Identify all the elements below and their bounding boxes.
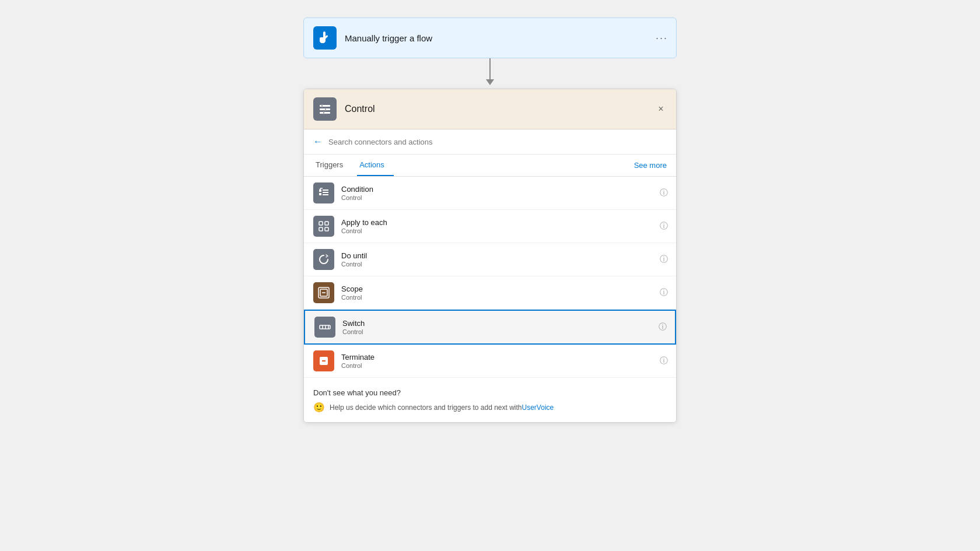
action-list: Condition Control ⓘ Apply to each bbox=[304, 177, 676, 378]
svg-rect-4 bbox=[325, 108, 326, 111]
back-button[interactable]: ← bbox=[313, 136, 323, 147]
trigger-more-button[interactable]: ··· bbox=[656, 32, 668, 44]
switch-sub: Control bbox=[342, 328, 365, 335]
control-title: Control bbox=[345, 104, 375, 114]
canvas: Manually trigger a flow ··· Control bbox=[0, 0, 980, 551]
uservoice-link[interactable]: UserVoice bbox=[522, 403, 554, 412]
close-button[interactable]: × bbox=[654, 102, 668, 116]
terminate-info: Terminate Control bbox=[341, 353, 374, 369]
scope-icon bbox=[317, 286, 330, 299]
footer-title: Don't see what you need? bbox=[313, 388, 667, 397]
terminate-icon bbox=[317, 355, 330, 367]
trigger-card: Manually trigger a flow ··· bbox=[303, 17, 677, 58]
action-item-apply-each[interactable]: Apply to each Control ⓘ bbox=[304, 210, 676, 243]
svg-rect-7 bbox=[325, 222, 328, 225]
action-item-terminate[interactable]: Terminate Control ⓘ bbox=[304, 345, 676, 378]
terminate-icon-wrap bbox=[313, 350, 334, 371]
tab-triggers[interactable]: Triggers bbox=[313, 155, 352, 176]
tabs-row: Triggers Actions See more bbox=[304, 155, 676, 177]
action-item-do-until[interactable]: Do until Control ⓘ bbox=[304, 243, 676, 276]
condition-icon bbox=[317, 187, 330, 199]
terminate-info-icon[interactable]: ⓘ bbox=[660, 356, 668, 366]
svg-rect-3 bbox=[321, 104, 323, 107]
switch-name: Switch bbox=[342, 319, 365, 328]
footer-section: Don't see what you need? 🙂 Help us decid… bbox=[304, 378, 676, 422]
action-item-switch[interactable]: Switch Control ⓘ bbox=[304, 310, 676, 345]
condition-info: Condition Control bbox=[341, 185, 373, 201]
control-header: Control × bbox=[304, 89, 676, 129]
trigger-title: Manually trigger a flow bbox=[345, 33, 432, 43]
switch-icon-wrap bbox=[314, 317, 335, 338]
trigger-icon-wrap bbox=[313, 26, 337, 50]
svg-rect-0 bbox=[320, 105, 330, 107]
terminate-name: Terminate bbox=[341, 353, 374, 362]
condition-icon-wrap bbox=[313, 183, 334, 203]
apply-each-icon bbox=[317, 220, 330, 233]
control-panel: Control × ← Triggers Actions See more bbox=[303, 89, 677, 423]
terminate-sub: Control bbox=[341, 362, 374, 369]
apply-each-name: Apply to each bbox=[341, 218, 387, 227]
svg-rect-2 bbox=[320, 112, 330, 114]
tab-actions[interactable]: Actions bbox=[357, 155, 394, 176]
arrow-line bbox=[489, 58, 491, 79]
apply-each-info-icon[interactable]: ⓘ bbox=[660, 221, 668, 231]
do-until-info-icon[interactable]: ⓘ bbox=[660, 254, 668, 265]
switch-info: Switch Control bbox=[342, 319, 365, 335]
search-bar: ← bbox=[304, 129, 676, 155]
condition-name: Condition bbox=[341, 185, 373, 194]
action-item-scope[interactable]: Scope Control ⓘ bbox=[304, 276, 676, 310]
scope-icon-wrap bbox=[313, 282, 334, 303]
footer-description: Help us decide which connectors and trig… bbox=[330, 403, 522, 412]
svg-rect-6 bbox=[319, 222, 323, 225]
condition-sub: Control bbox=[341, 194, 373, 201]
action-item-condition[interactable]: Condition Control ⓘ bbox=[304, 177, 676, 210]
see-more-button[interactable]: See more bbox=[634, 161, 667, 170]
apply-each-info: Apply to each Control bbox=[341, 218, 387, 234]
do-until-sub: Control bbox=[341, 261, 367, 268]
scope-sub: Control bbox=[341, 294, 363, 301]
svg-rect-5 bbox=[323, 111, 324, 114]
footer-smiley-icon: 🙂 bbox=[313, 402, 325, 413]
apply-each-sub: Control bbox=[341, 227, 387, 234]
scope-info-icon[interactable]: ⓘ bbox=[660, 287, 668, 298]
condition-info-icon[interactable]: ⓘ bbox=[660, 188, 668, 198]
switch-icon bbox=[318, 321, 331, 334]
arrow-connector bbox=[486, 58, 494, 89]
do-until-info: Do until Control bbox=[341, 251, 367, 268]
do-until-icon bbox=[317, 253, 330, 266]
arrow-head bbox=[486, 79, 494, 85]
switch-info-icon[interactable]: ⓘ bbox=[659, 322, 667, 332]
do-until-name: Do until bbox=[341, 251, 367, 260]
control-icon-wrap bbox=[313, 97, 337, 121]
do-until-icon-wrap bbox=[313, 249, 334, 270]
svg-rect-9 bbox=[325, 227, 328, 231]
scope-name: Scope bbox=[341, 285, 363, 293]
footer-link-row: 🙂 Help us decide which connectors and tr… bbox=[313, 402, 667, 413]
apply-each-icon-wrap bbox=[313, 216, 334, 237]
control-icon bbox=[318, 102, 332, 116]
trigger-icon bbox=[318, 31, 332, 45]
svg-rect-8 bbox=[319, 227, 323, 231]
scope-info: Scope Control bbox=[341, 285, 363, 301]
search-input[interactable] bbox=[328, 138, 667, 146]
